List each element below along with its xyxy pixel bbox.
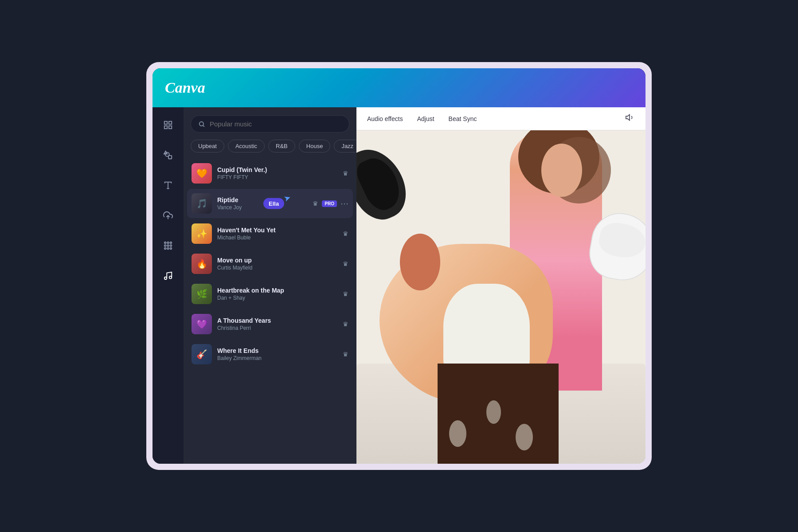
track-name: Haven't Met You Yet bbox=[217, 227, 343, 234]
track-artist: Dan + Shay bbox=[217, 295, 343, 301]
track-name: Cupid (Twin Ver.) bbox=[217, 166, 343, 173]
sidebar-icon-grid[interactable] bbox=[159, 116, 177, 134]
track-thumbnail: ✨ bbox=[192, 223, 212, 244]
track-actions: ♛ bbox=[343, 321, 348, 328]
track-thumbnail: 🧡 bbox=[192, 163, 212, 184]
track-actions: ♛ bbox=[343, 170, 348, 177]
track-info: Cupid (Twin Ver.) FIFTY FIFTY bbox=[217, 166, 343, 180]
track-name: Where It Ends bbox=[217, 347, 343, 354]
svg-point-14 bbox=[167, 245, 169, 246]
toolbar-beat-sync[interactable]: Beat Sync bbox=[449, 113, 477, 125]
volume-icon[interactable] bbox=[625, 113, 635, 125]
track-info: A Thousand Years Christina Perri bbox=[217, 317, 343, 331]
track-info: Where It Ends Bailey Zimmerman bbox=[217, 347, 343, 361]
chip-jazz[interactable]: Jazz bbox=[334, 140, 356, 153]
music-panel: Upbeat Acoustic R&B House Jazz › 🧡 bbox=[184, 107, 356, 464]
track-item[interactable]: 🔥 Move on up Curtis Mayfield ♛ bbox=[187, 249, 353, 278]
photo-canvas bbox=[356, 130, 645, 464]
svg-marker-23 bbox=[626, 115, 630, 121]
crown-icon: ♛ bbox=[343, 230, 348, 237]
track-artist: Curtis Mayfield bbox=[217, 265, 343, 271]
svg-rect-2 bbox=[164, 126, 167, 129]
toolbar-adjust[interactable]: Adjust bbox=[417, 113, 434, 125]
track-info: Move on up Curtis Mayfield bbox=[217, 257, 343, 271]
more-options-icon[interactable]: ⋯ bbox=[340, 199, 348, 208]
track-item-riptide[interactable]: 🎵 Riptide Vance Joy Ella ➤ ♛ PRO bbox=[187, 189, 353, 218]
search-area bbox=[184, 107, 356, 138]
track-item-heartbreak[interactable]: 🌿 Heartbreak on the Map Dan + Shay ♛ bbox=[187, 279, 353, 309]
crown-icon: ♛ bbox=[343, 351, 348, 358]
track-thumbnail: 🎸 bbox=[192, 344, 212, 364]
crown-icon: ♛ bbox=[343, 321, 348, 328]
svg-point-21 bbox=[200, 121, 203, 125]
main-content: Upbeat Acoustic R&B House Jazz › 🧡 bbox=[153, 107, 645, 464]
track-thumbnail: 🔥 bbox=[192, 254, 212, 274]
pro-badge: PRO bbox=[322, 200, 337, 207]
sidebar-icon-apps[interactable] bbox=[159, 237, 177, 254]
sidebar-icon-shapes[interactable] bbox=[159, 146, 177, 164]
svg-point-13 bbox=[164, 245, 166, 246]
svg-point-18 bbox=[170, 248, 172, 250]
track-item[interactable]: 🎸 Where It Ends Bailey Zimmerman ♛ bbox=[187, 340, 353, 369]
outer-frame: Canva bbox=[146, 62, 652, 470]
sidebar-icon-music[interactable] bbox=[159, 267, 177, 285]
app-header: Canva bbox=[153, 68, 645, 107]
svg-point-16 bbox=[164, 248, 166, 250]
crown-icon: ♛ bbox=[313, 200, 318, 207]
genre-chips: Upbeat Acoustic R&B House Jazz › bbox=[184, 138, 356, 159]
svg-point-10 bbox=[164, 242, 166, 244]
track-artist: Bailey Zimmerman bbox=[217, 355, 343, 361]
canva-logo: Canva bbox=[165, 79, 205, 96]
crown-icon: ♛ bbox=[343, 260, 348, 267]
track-info: Heartbreak on the Map Dan + Shay bbox=[217, 287, 343, 301]
right-toolbar: Audio effects Adjust Beat Sync bbox=[356, 107, 645, 130]
track-info: Haven't Met You Yet Michael Buble bbox=[217, 227, 343, 241]
track-list: 🧡 Cupid (Twin Ver.) FIFTY FIFTY ♛ bbox=[184, 159, 356, 464]
track-name: Heartbreak on the Map bbox=[217, 287, 343, 294]
face-center bbox=[400, 234, 440, 290]
track-thumbnail: 🎵 bbox=[192, 193, 212, 214]
track-actions: ♛ bbox=[343, 290, 348, 297]
inner-frame: Canva bbox=[153, 68, 645, 464]
track-item[interactable]: 💜 A Thousand Years Christina Perri ♛ bbox=[187, 309, 353, 339]
track-actions: ♛ bbox=[343, 260, 348, 267]
crown-icon: ♛ bbox=[343, 170, 348, 177]
chip-house[interactable]: House bbox=[299, 140, 331, 153]
sidebar bbox=[153, 107, 184, 464]
svg-point-19 bbox=[164, 277, 167, 280]
svg-rect-1 bbox=[169, 121, 172, 124]
track-name: A Thousand Years bbox=[217, 317, 343, 324]
track-actions: ♛ bbox=[343, 230, 348, 237]
search-box[interactable] bbox=[191, 115, 349, 133]
svg-point-11 bbox=[167, 242, 169, 244]
chip-acoustic[interactable]: Acoustic bbox=[228, 140, 265, 153]
search-input[interactable] bbox=[210, 120, 342, 128]
ella-tooltip: Ella bbox=[263, 198, 284, 209]
track-artist: FIFTY FIFTY bbox=[217, 174, 343, 180]
flower3 bbox=[516, 424, 533, 450]
svg-line-22 bbox=[203, 125, 204, 127]
track-thumbnail: 🌿 bbox=[192, 284, 212, 304]
svg-rect-0 bbox=[164, 121, 167, 124]
flower1 bbox=[449, 420, 466, 447]
toolbar-audio-effects[interactable]: Audio effects bbox=[367, 113, 403, 125]
right-panel: Audio effects Adjust Beat Sync bbox=[356, 107, 645, 464]
svg-point-12 bbox=[170, 242, 172, 244]
track-item[interactable]: ✨ Haven't Met You Yet Michael Buble ♛ bbox=[187, 219, 353, 248]
chip-rnb[interactable]: R&B bbox=[268, 140, 295, 153]
track-actions: ♛ PRO ⋯ bbox=[282, 199, 348, 208]
crown-icon: ♛ bbox=[343, 290, 348, 297]
search-icon bbox=[198, 121, 205, 128]
svg-point-15 bbox=[170, 245, 172, 246]
track-item[interactable]: 🧡 Cupid (Twin Ver.) FIFTY FIFTY ♛ bbox=[187, 159, 353, 188]
sidebar-icon-text[interactable] bbox=[159, 176, 177, 194]
face-right bbox=[541, 144, 582, 197]
sidebar-icon-upload[interactable] bbox=[159, 207, 177, 224]
track-thumbnail: 💜 bbox=[192, 314, 212, 334]
track-name: Move on up bbox=[217, 257, 343, 264]
flower2 bbox=[486, 400, 501, 424]
track-artist: Christina Perri bbox=[217, 325, 343, 331]
svg-point-17 bbox=[167, 248, 169, 250]
chip-upbeat[interactable]: Upbeat bbox=[191, 140, 224, 153]
svg-point-20 bbox=[169, 276, 172, 279]
